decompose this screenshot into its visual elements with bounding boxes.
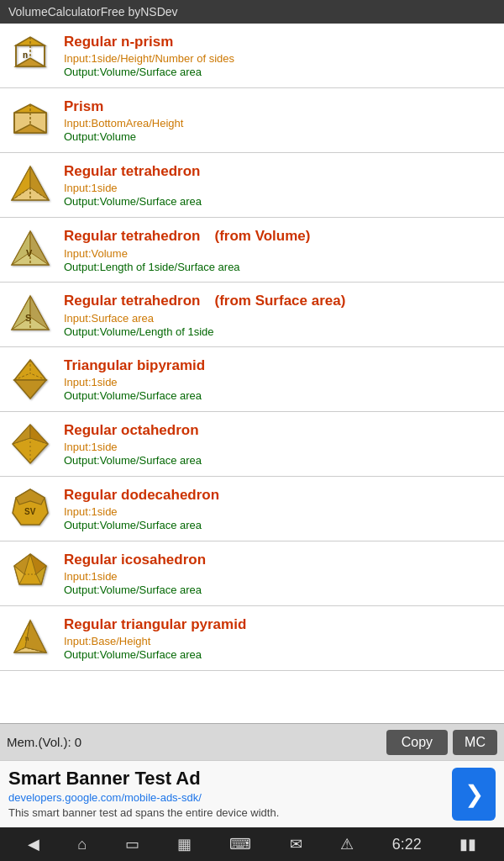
item-text-regular-tetrahedron: Regular tetrahedron Input:1side Output:V… xyxy=(64,163,202,208)
svg-marker-2 xyxy=(16,58,45,66)
list-item-regular-dodecahedron[interactable]: SV Regular dodecahedron Input:1side Outp… xyxy=(0,477,504,541)
item-title-regular-tetrahedron: Regular tetrahedron xyxy=(64,163,202,180)
ad-title: Smart Banner Test Ad xyxy=(8,768,445,790)
item-title-regular-n-prism: Regular n-prism xyxy=(64,34,234,50)
item-icon-regular-octahedron xyxy=(5,419,55,469)
item-icon-regular-n-prism: n xyxy=(5,30,55,81)
item-text-regular-triangular-pyramid: Regular triangular pyramid Input:Base/He… xyxy=(64,616,246,661)
list-item-regular-tetrahedron-from-volume[interactable]: V Regular tetrahedron (from Volume) Inpu… xyxy=(0,218,504,283)
ad-content: Smart Banner Test Ad developers.google.c… xyxy=(8,768,445,821)
keyboard-icon: ⌨ xyxy=(229,835,251,853)
item-output-regular-triangular-pyramid: Output:Volume/Surface area xyxy=(64,648,246,661)
item-text-regular-octahedron: Regular octahedron Input:1side Output:Vo… xyxy=(64,422,202,467)
list-item-regular-n-prism[interactable]: n Regular n-prism Input:1side/Height/Num… xyxy=(0,24,504,88)
item-icon-regular-icosahedron xyxy=(5,548,55,599)
item-output-prism: Output:Volume xyxy=(64,130,183,143)
item-output-regular-tetrahedron: Output:Volume/Surface area xyxy=(64,195,202,208)
item-input-regular-octahedron: Input:1side xyxy=(64,441,202,453)
item-text-triangular-bipyramid: Triangular bipyramid Input:1side Output:… xyxy=(64,357,205,402)
status-bar: ◀ ⌂ ▭ ▦ ⌨ ✉ ⚠ 6:22 ▮▮ xyxy=(0,827,504,861)
item-text-regular-tetrahedron-from-volume: Regular tetrahedron (from Volume) Input:… xyxy=(64,226,310,273)
item-input-regular-tetrahedron: Input:1side xyxy=(64,182,202,194)
mail-icon: ✉ xyxy=(290,835,302,853)
list-item-regular-triangular-pyramid[interactable]: h Regular triangular pyramid Input:Base/… xyxy=(0,606,504,671)
item-title-triangular-bipyramid: Triangular bipyramid xyxy=(64,357,205,374)
item-text-regular-tetrahedron-from-surface: Regular tetrahedron (from Surface area) … xyxy=(64,291,345,338)
memory-label: Mem.(Vol.): 0 xyxy=(7,735,386,749)
copy-button[interactable]: Copy xyxy=(386,730,448,755)
item-list: n Regular n-prism Input:1side/Height/Num… xyxy=(0,24,504,723)
alert-icon: ⚠ xyxy=(340,835,354,853)
item-input-regular-n-prism: Input:1side/Height/Number of sides xyxy=(64,52,234,65)
list-item-regular-octahedron[interactable]: Regular octahedron Input:1side Output:Vo… xyxy=(0,412,504,477)
item-icon-triangular-bipyramid xyxy=(5,354,55,404)
svg-text:V: V xyxy=(26,248,33,258)
item-text-regular-n-prism: Regular n-prism Input:1side/Height/Numbe… xyxy=(64,34,234,78)
item-input-triangular-bipyramid: Input:1side xyxy=(64,376,205,388)
item-icon-prism xyxy=(5,95,55,145)
ad-description: This smart banner test ad spans the enti… xyxy=(8,806,445,819)
item-text-regular-icosahedron: Regular icosahedron Input:1side Output:V… xyxy=(64,552,206,596)
item-title-prism: Prism xyxy=(64,98,183,115)
grid-icon: ▦ xyxy=(177,835,192,853)
list-item-regular-tetrahedron-from-surface[interactable]: S Regular tetrahedron (from Surface area… xyxy=(0,283,504,347)
item-input-prism: Input:BottomArea/Height xyxy=(64,117,183,129)
mc-button[interactable]: MC xyxy=(453,730,497,755)
item-input-regular-tetrahedron-from-surface: Input:Surface area xyxy=(64,312,345,325)
list-item-regular-icosahedron[interactable]: Regular icosahedron Input:1side Output:V… xyxy=(0,541,504,606)
item-icon-regular-tetrahedron-from-surface: S xyxy=(5,289,55,340)
ad-arrow-button[interactable]: ❯ xyxy=(452,768,496,821)
title-bar: VolumeCalculatorFree byNSDev xyxy=(0,0,504,24)
ad-url[interactable]: developers.google.com/mobile-ads-sdk/ xyxy=(8,791,445,804)
svg-text:SV: SV xyxy=(24,507,36,516)
svg-text:h: h xyxy=(25,635,29,642)
svg-marker-30 xyxy=(14,380,46,399)
item-title-regular-icosahedron: Regular icosahedron xyxy=(64,552,206,568)
list-item-regular-tetrahedron[interactable]: Regular tetrahedron Input:1side Output:V… xyxy=(0,153,504,218)
svg-text:S: S xyxy=(25,313,31,323)
item-title-regular-tetrahedron-from-volume: Regular tetrahedron (from Volume) xyxy=(64,226,310,246)
item-output-regular-dodecahedron: Output:Volume/Surface area xyxy=(64,519,219,531)
svg-text:n: n xyxy=(23,50,28,60)
item-text-prism: Prism Input:BottomArea/Height Output:Vol… xyxy=(64,98,183,143)
item-output-regular-icosahedron: Output:Volume/Surface area xyxy=(64,584,206,596)
battery-icon: ▮▮ xyxy=(459,835,476,853)
item-input-regular-icosahedron: Input:1side xyxy=(64,570,206,583)
back-icon[interactable]: ◀ xyxy=(28,835,39,853)
item-title-regular-octahedron: Regular octahedron xyxy=(64,422,202,439)
list-item-triangular-bipyramid[interactable]: Triangular bipyramid Input:1side Output:… xyxy=(0,347,504,412)
app-title: VolumeCalculatorFree byNSDev xyxy=(8,5,178,18)
item-output-regular-tetrahedron-from-surface: Output:Volume/Length of 1side xyxy=(64,325,345,338)
ad-banner: Smart Banner Test Ad developers.google.c… xyxy=(0,760,504,827)
item-output-regular-n-prism: Output:Volume/Surface area xyxy=(64,66,234,78)
item-icon-regular-dodecahedron: SV xyxy=(5,483,55,534)
item-title-regular-dodecahedron: Regular dodecahedron xyxy=(64,487,219,504)
memory-bar: Mem.(Vol.): 0 Copy MC xyxy=(0,723,504,760)
item-title-regular-triangular-pyramid: Regular triangular pyramid xyxy=(64,616,246,633)
recents-icon[interactable]: ▭ xyxy=(125,835,139,853)
item-icon-regular-tetrahedron xyxy=(5,160,55,210)
item-output-regular-octahedron: Output:Volume/Surface area xyxy=(64,454,202,467)
item-input-regular-tetrahedron-from-volume: Input:Volume xyxy=(64,247,310,260)
list-item-prism[interactable]: Prism Input:BottomArea/Height Output:Vol… xyxy=(0,88,504,153)
item-text-regular-dodecahedron: Regular dodecahedron Input:1side Output:… xyxy=(64,487,219,531)
item-output-triangular-bipyramid: Output:Volume/Surface area xyxy=(64,389,205,402)
time-display: 6:22 xyxy=(392,836,422,853)
home-icon[interactable]: ⌂ xyxy=(77,836,87,853)
item-output-regular-tetrahedron-from-volume: Output:Length of 1side/Surface area xyxy=(64,261,310,273)
item-icon-regular-triangular-pyramid: h xyxy=(5,613,55,663)
item-input-regular-triangular-pyramid: Input:Base/Height xyxy=(64,635,246,647)
item-input-regular-dodecahedron: Input:1side xyxy=(64,505,219,518)
item-title-regular-tetrahedron-from-surface: Regular tetrahedron (from Surface area) xyxy=(64,291,345,310)
item-icon-regular-tetrahedron-from-volume: V xyxy=(5,224,55,275)
